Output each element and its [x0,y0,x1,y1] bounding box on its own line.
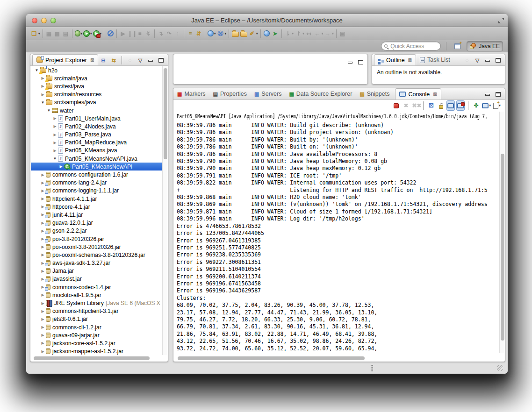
expand-arrow-icon[interactable]: ▶ [40,349,46,354]
tree-item[interactable]: ▶Part03_Parse.java [31,131,162,139]
quick-access-box[interactable] [381,42,441,50]
expand-arrow-icon[interactable]: ▶ [40,301,46,305]
mark-occurrences-toggle[interactable]: ≡ [186,28,194,39]
tree-item[interactable]: ▶httpcore-4.1.jar [31,203,162,211]
tree-item[interactable]: ▶guava-r09-jarjar.jar [31,331,162,339]
tree-item[interactable]: ▶commons-lang-2.4.jar [31,179,162,187]
minimize-window-button[interactable] [41,18,47,23]
maximize-button[interactable] [494,56,502,65]
perspective-java-ee-button[interactable]: Java EE [467,41,503,51]
open-perspective-button[interactable] [452,41,463,51]
expand-arrow-icon[interactable]: ▶ [40,245,46,249]
tab-properties[interactable]: ▤Properties [209,88,251,99]
trim-drag-handle[interactable] [371,365,373,371]
tree-item[interactable]: ▶jets3t-0.6.1.jar [31,315,162,323]
tree-item[interactable]: ▶poi-3.8-20120326.jar [31,235,162,243]
tree-item[interactable]: ▼src/samples/java [31,99,162,107]
minimize-button[interactable] [483,56,492,65]
expand-arrow-icon[interactable]: ▶ [40,309,46,313]
open-console-button[interactable]: ▾ [493,100,501,111]
show-stderr-toggle[interactable] [456,100,465,111]
tree-item[interactable]: ▶commons-cli-1.2.jar [31,323,162,331]
clear-console-button[interactable]: ☒ [427,100,435,111]
console-vertical-scrollbar[interactable] [499,112,504,353]
show-stdout-toggle[interactable] [446,100,455,111]
expand-arrow-icon[interactable]: ▶ [58,164,64,169]
tree-item[interactable]: ▶src/test/java [31,82,162,90]
close-icon[interactable]: ⊠ [433,92,437,97]
quick-access-input[interactable] [389,43,438,50]
console-horizontal-scrollbar[interactable] [174,356,498,361]
link-with-editor-toggle[interactable]: ⇆ [109,56,118,65]
tree-item[interactable]: ▶src/main/java [31,74,162,82]
tree-item[interactable]: ▶commons-httpclient-3.1.jar [31,307,162,315]
tab-outline[interactable]: Outline ⊠ [374,54,416,65]
expand-arrow-icon[interactable]: ▶ [40,317,46,321]
close-window-button[interactable] [32,18,37,23]
expand-arrow-icon[interactable]: ▶ [40,325,46,329]
titlebar[interactable]: Java EE – Eclipse – /Users/tomk/Document… [26,14,508,27]
web-browser-button[interactable] [263,28,271,39]
maximize-button[interactable] [356,57,365,67]
tree-item[interactable]: ▶Part05_KMeans.java [31,147,162,155]
tree-item[interactable]: ▶gson-2.2.2.jar [31,227,162,235]
tab-servers[interactable]: ▥Servers [251,88,285,99]
tree-item[interactable]: ▶junit-4.11.jar [31,211,162,219]
view-menu-button[interactable]: ▽ [136,56,144,65]
import-folder-button[interactable] [239,28,248,39]
run-external-tools-button[interactable]: ▾ [93,28,102,39]
tree-item[interactable]: ▶Part02_4Nodes.java [31,122,162,130]
expand-arrow-icon[interactable]: ▶ [52,133,58,137]
tree-item[interactable]: ▼water [31,107,162,114]
open-folder-button[interactable] [231,28,239,39]
tree-item[interactable]: ▶commons-configuration-1.6.jar [31,170,162,178]
fullscreen-icon[interactable] [498,18,504,23]
tab-snippets[interactable]: ▧Snippets [356,88,393,99]
tree-item[interactable]: ▶src/main/resources [31,91,162,99]
tab-task-list[interactable]: Task List [416,54,454,65]
window-resize-grip[interactable] [497,365,503,371]
new-wizard-button[interactable]: ❏▾ [30,28,41,39]
tab-console[interactable]: Console⊠ [395,88,441,99]
expand-arrow-icon[interactable]: ▶ [40,173,46,177]
scroll-lock-toggle[interactable] [437,100,445,111]
tab-project-explorer[interactable]: Project Explorer ⊠ [32,54,98,65]
tree-item[interactable]: ▶httpclient-4.1.1.jar [31,195,162,203]
expand-arrow-icon[interactable]: ▶ [52,141,58,145]
tree-item[interactable]: ▶Jama.jar [31,267,162,275]
tree-item[interactable]: ▼Part05_KMeansNewAPI.java [31,155,162,163]
run-button[interactable]: ▾ [83,28,93,39]
tree-item[interactable]: ▶jackson-core-asl-1.5.2.jar [31,339,162,347]
pin-console-toggle[interactable]: ✜ [472,100,480,111]
skip-breakpoints-toggle[interactable] [106,28,115,39]
collapse-arrow-icon[interactable]: ▼ [40,100,46,105]
maximize-button[interactable] [494,90,502,99]
tree-item[interactable]: ▶jackson-mapper-asl-1.5.2.jar [31,348,162,355]
expand-arrow-icon[interactable]: ▶ [52,149,58,153]
tree-item[interactable]: ▶commons-logging-1.1.1.jar [31,187,162,195]
tab-data-source-explorer[interactable]: ▩Data Source Explorer [285,88,356,99]
collapse-arrow-icon[interactable]: ▼ [52,156,58,161]
project-tree-horizontal-scrollbar[interactable] [31,356,161,361]
collapse-all-button[interactable]: ⊟ [99,56,108,65]
tree-item[interactable]: ▶JRE System Library[Java SE 6 (MacOS X D… [31,299,162,307]
display-console-button[interactable]: ▾ [482,100,491,111]
tree-item[interactable]: ▶commons-codec-1.4.jar [31,283,162,291]
expand-arrow-icon[interactable]: ▶ [40,92,46,97]
collapse-arrow-icon[interactable]: ▼ [46,108,52,113]
expand-arrow-icon[interactable]: ▶ [40,341,46,345]
expand-arrow-icon[interactable]: ▶ [40,293,46,297]
search-button[interactable]: ✐▾ [248,28,259,39]
minimize-button[interactable] [346,57,354,67]
show-selected-element-toggle[interactable]: ⇵ [194,28,203,39]
expand-arrow-icon[interactable]: ▶ [40,269,46,273]
tree-item[interactable]: ▶poi-ooxml-3.8-20120326.jar [31,243,162,251]
minimize-button[interactable] [146,56,155,65]
terminate-button[interactable] [392,100,400,111]
new-service-button[interactable]: Ⓢ▾ [216,28,227,39]
expand-arrow-icon[interactable]: ▶ [40,197,46,201]
tree-item[interactable]: ▶poi-ooxml-schemas-3.8-20120326.jar [31,251,162,259]
tree-item[interactable]: ▶Part05_KMeansNewAPI [31,163,162,170]
project-tree-vertical-scrollbar[interactable] [162,66,167,355]
tree-item[interactable]: ▼Jh2o [31,66,162,74]
